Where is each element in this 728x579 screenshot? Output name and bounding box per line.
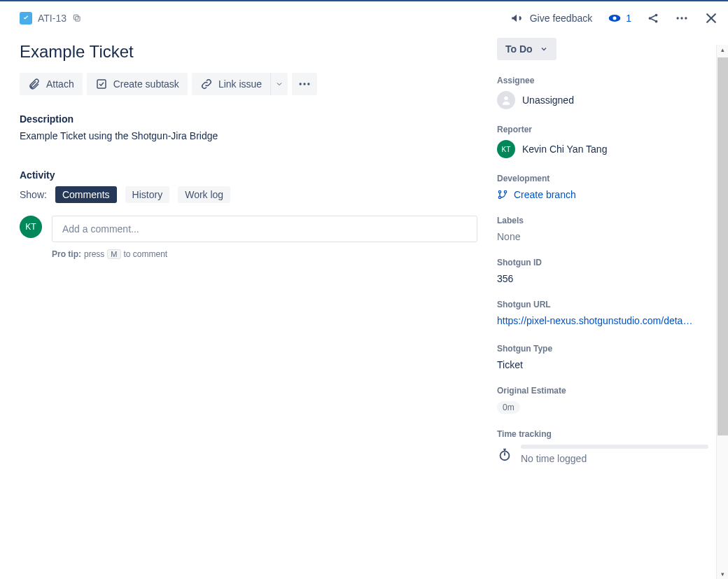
shotgun-type-label: Shotgun Type	[497, 344, 708, 354]
svg-point-3	[613, 17, 617, 20]
svg-point-12	[303, 83, 305, 85]
svg-rect-10	[97, 80, 106, 88]
svg-point-13	[307, 83, 309, 85]
share-icon	[647, 12, 659, 25]
comment-protip: Pro tip: press M to comment	[52, 249, 477, 259]
link-icon	[200, 78, 213, 90]
shotgun-url-label: Shotgun URL	[497, 300, 708, 309]
eye-icon	[608, 11, 622, 25]
branch-icon	[497, 189, 508, 200]
link-issue-dropdown[interactable]	[270, 73, 288, 95]
kebab-icon	[298, 77, 312, 91]
paperclip-icon	[28, 78, 41, 90]
svg-point-7	[677, 17, 679, 19]
description-text[interactable]: Example Ticket using the Shotgun-Jira Br…	[20, 130, 477, 141]
reporter-field[interactable]: KT Kevin Chi Yan Tang	[497, 140, 708, 158]
kebab-icon	[675, 11, 689, 25]
share-button[interactable]	[647, 12, 659, 25]
scrollbar-thumb[interactable]	[718, 57, 728, 435]
reporter-avatar: KT	[497, 140, 515, 158]
close-icon	[704, 11, 718, 25]
tab-history[interactable]: History	[125, 186, 170, 203]
original-estimate-label: Original Estimate	[497, 386, 708, 396]
svg-point-17	[504, 190, 506, 193]
assignee-field[interactable]: Unassigned	[497, 91, 708, 109]
scroll-up-icon[interactable]: ▴	[721, 45, 724, 55]
scrollbar[interactable]: ▴ ▾	[716, 45, 728, 579]
time-tracking-bar	[521, 445, 708, 449]
description-label: Description	[20, 113, 477, 125]
create-subtask-button[interactable]: Create subtask	[87, 73, 188, 95]
chevron-down-icon	[275, 80, 284, 88]
status-button[interactable]: To Do	[497, 38, 556, 60]
reporter-label: Reporter	[497, 125, 708, 134]
more-actions-button[interactable]	[675, 11, 689, 25]
create-branch-link[interactable]: Create branch	[497, 189, 708, 200]
issue-key[interactable]: ATI-13	[38, 13, 66, 24]
subtask-icon	[95, 78, 108, 90]
give-feedback-button[interactable]: Give feedback	[510, 12, 593, 25]
shotgun-id-label: Shotgun ID	[497, 258, 708, 267]
stopwatch-icon	[497, 447, 512, 462]
activity-label: Activity	[20, 169, 477, 181]
chevron-down-icon	[540, 45, 548, 53]
original-estimate-value[interactable]: 0m	[497, 401, 520, 414]
svg-point-14	[504, 97, 507, 100]
current-user-avatar: KT	[20, 216, 42, 238]
labels-value[interactable]: None	[497, 231, 708, 242]
assignee-label: Assignee	[497, 76, 708, 85]
breadcrumb: ATI-13	[20, 12, 82, 25]
svg-rect-0	[76, 17, 80, 21]
issue-type-icon	[20, 12, 32, 25]
time-tracking-field[interactable]: No time logged	[497, 445, 708, 464]
shotgun-id-value[interactable]: 356	[497, 273, 708, 284]
attach-button[interactable]: Attach	[20, 73, 83, 95]
feedback-label: Give feedback	[530, 13, 593, 24]
show-label: Show:	[20, 189, 47, 200]
tab-worklog[interactable]: Work log	[178, 186, 230, 203]
link-issue-button[interactable]: Link issue	[192, 73, 270, 95]
unassigned-avatar-icon	[497, 91, 515, 109]
time-tracking-label: Time tracking	[497, 429, 708, 439]
svg-point-9	[685, 17, 687, 19]
megaphone-icon	[510, 12, 523, 25]
svg-point-11	[300, 83, 302, 85]
shotgun-type-value[interactable]: Ticket	[497, 359, 708, 370]
issue-title[interactable]: Example Ticket	[20, 42, 477, 62]
svg-point-8	[680, 17, 682, 19]
shotgun-url-value[interactable]: https://pixel-nexus.shotgunstudio.com/de…	[497, 315, 693, 326]
comment-input[interactable]: Add a comment...	[52, 216, 477, 242]
svg-point-15	[498, 190, 500, 193]
watch-count: 1	[626, 13, 631, 24]
labels-label: Labels	[497, 216, 708, 225]
scroll-down-icon[interactable]: ▾	[721, 569, 724, 579]
tab-comments[interactable]: Comments	[55, 186, 117, 203]
close-button[interactable]	[704, 11, 718, 25]
time-tracking-value: No time logged	[521, 453, 708, 464]
svg-point-16	[498, 196, 500, 198]
copy-link-icon[interactable]	[72, 13, 82, 23]
development-label: Development	[497, 174, 708, 183]
svg-rect-1	[74, 15, 78, 19]
watch-button[interactable]: 1	[608, 11, 631, 25]
more-toolbar-button[interactable]	[292, 73, 317, 95]
